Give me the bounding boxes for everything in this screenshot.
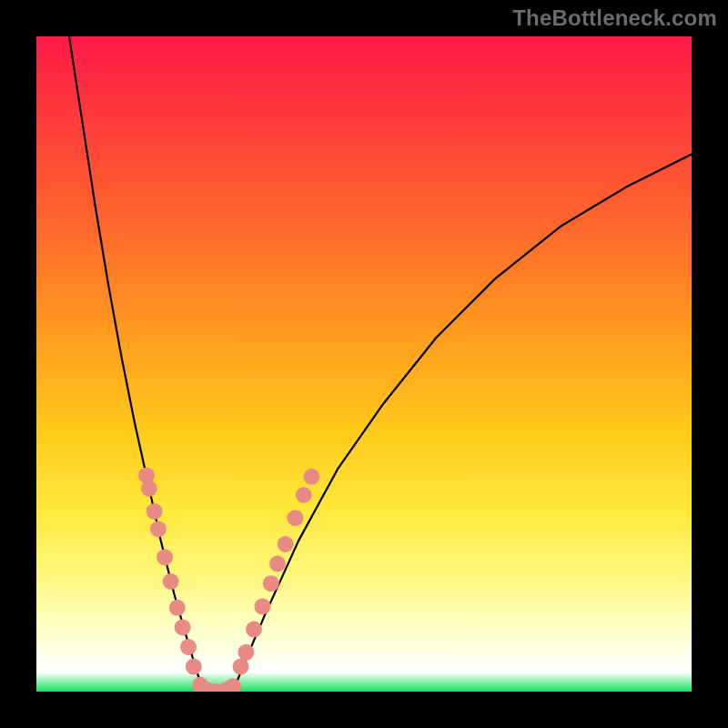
marker-dot [246, 622, 262, 638]
marker-dot [186, 659, 202, 675]
watermark-text: TheBottleneck.com [512, 5, 717, 31]
marker-dot [238, 644, 254, 661]
dots-group [138, 467, 319, 692]
marker-dot [150, 521, 167, 537]
marker-dot [175, 619, 191, 635]
marker-dot [287, 510, 303, 526]
marker-dot [163, 573, 179, 590]
marker-dot [141, 480, 157, 497]
marker-dot [269, 556, 286, 572]
marker-dot [263, 575, 279, 592]
marker-dot [296, 487, 312, 503]
bottleneck-curve [69, 36, 692, 692]
marker-dot [157, 549, 173, 565]
chart-frame: TheBottleneck.com [0, 0, 728, 728]
curve-group [69, 36, 692, 692]
marker-dot [169, 600, 186, 616]
curve-svg [36, 36, 692, 692]
marker-dot [147, 503, 163, 520]
marker-dot [254, 598, 270, 614]
marker-dot [233, 659, 249, 675]
plot-area [36, 36, 692, 692]
marker-dot [225, 678, 241, 692]
marker-dot [278, 536, 294, 552]
marker-dot [303, 469, 319, 485]
marker-dot [180, 639, 197, 655]
